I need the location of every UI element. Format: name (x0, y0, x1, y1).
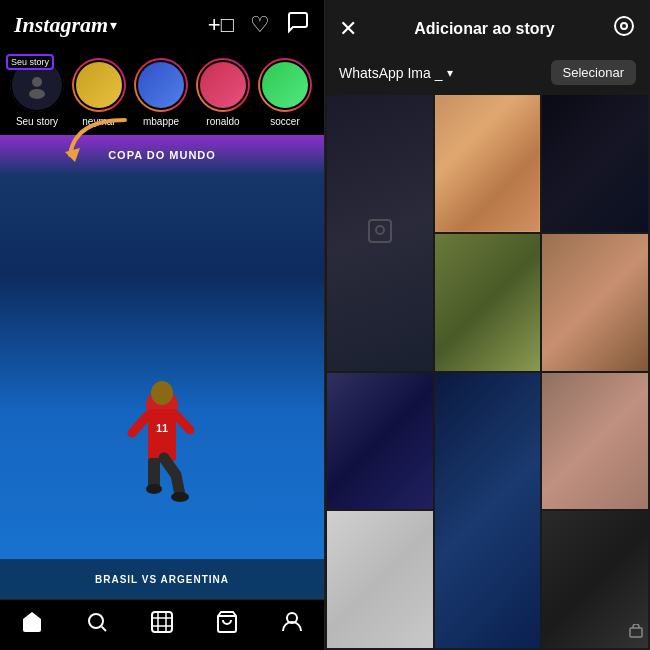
svg-rect-8 (148, 458, 160, 488)
nav-shop-icon[interactable] (215, 610, 239, 640)
photo-cell-3[interactable] (542, 95, 648, 232)
add-post-icon[interactable]: +□ (208, 12, 234, 38)
story-item-3[interactable]: ronaldo (196, 58, 250, 127)
photo-cell-6[interactable] (327, 373, 433, 510)
story-avatar-wrap-2 (134, 58, 188, 112)
arrow-annotation (55, 110, 145, 174)
messenger-icon[interactable] (286, 10, 310, 40)
story-avatar-4 (260, 60, 310, 110)
feed-area: COPA DO MUNDO (0, 135, 324, 599)
svg-point-16 (615, 17, 633, 35)
story-avatar-wrap-3 (196, 58, 250, 112)
instagram-logo: Instagram ▾ (14, 12, 117, 38)
photo-cell-9[interactable] (327, 511, 433, 648)
rp-subheader: WhatsApp Ima _ ▾ Selecionar (325, 54, 650, 95)
feed-main-image: COPA DO MUNDO (0, 135, 324, 599)
svg-text:11: 11 (156, 422, 168, 434)
photo-cell-10[interactable] (542, 511, 648, 648)
svg-point-19 (376, 226, 384, 234)
story-avatar-wrap-1 (72, 58, 126, 112)
story-avatar-wrap-4 (258, 58, 312, 112)
left-panel: Instagram ▾ +□ ♡ Seu story (0, 0, 325, 650)
svg-marker-3 (65, 148, 80, 162)
svg-point-2 (29, 89, 45, 99)
photo-cell-8[interactable] (542, 373, 648, 510)
photo-cell-5[interactable] (542, 234, 648, 371)
photo-cell-7[interactable] (435, 373, 541, 649)
svg-point-10 (171, 492, 189, 502)
logo-text: Instagram (14, 12, 108, 38)
story-label-2: mbappe (143, 116, 179, 127)
svg-rect-20 (630, 628, 642, 637)
heart-icon[interactable]: ♡ (250, 12, 270, 38)
player-figure: 11 (102, 375, 222, 559)
seu-story-badge: Seu story (6, 54, 54, 70)
folder-name: WhatsApp Ima _ (339, 65, 443, 81)
header-icons: +□ ♡ (208, 10, 310, 40)
svg-rect-18 (369, 220, 391, 242)
svg-point-12 (89, 614, 103, 628)
right-panel: ✕ Adicionar ao story WhatsApp Ima _ ▾ Se… (325, 0, 650, 650)
svg-point-5 (151, 381, 173, 405)
stories-row: Seu story Seu story neymar (0, 50, 324, 135)
story-label-3: ronaldo (206, 116, 239, 127)
story-item-4[interactable]: soccer (258, 58, 312, 127)
photo-grid (325, 95, 650, 650)
svg-point-17 (621, 23, 627, 29)
story-avatar-3 (198, 60, 248, 110)
my-story-label: Seu story (16, 116, 58, 127)
bottom-nav (0, 599, 324, 650)
svg-rect-13 (152, 612, 172, 632)
photo-cell-2[interactable] (435, 95, 541, 232)
svg-point-1 (32, 77, 42, 87)
logo-chevron[interactable]: ▾ (110, 17, 117, 34)
rp-title: Adicionar ao story (357, 20, 612, 38)
nav-search-icon[interactable] (85, 610, 109, 640)
nav-profile-icon[interactable] (280, 610, 304, 640)
rp-header: ✕ Adicionar ao story (325, 0, 650, 54)
folder-chevron-icon: ▾ (447, 66, 453, 80)
circle-camera-icon[interactable] (612, 14, 636, 44)
instagram-header: Instagram ▾ +□ ♡ (0, 0, 324, 50)
feed-top-overlay: COPA DO MUNDO (0, 135, 324, 175)
photo-cell-1[interactable] (327, 95, 433, 371)
select-button[interactable]: Selecionar (551, 60, 636, 85)
folder-selector[interactable]: WhatsApp Ima _ ▾ (339, 65, 453, 81)
feed-bottom-overlay: BRASIL VS ARGENTINA (0, 559, 324, 599)
close-icon[interactable]: ✕ (339, 16, 357, 42)
nav-reels-icon[interactable] (150, 610, 174, 640)
story-avatar-2 (136, 60, 186, 110)
svg-point-9 (146, 484, 162, 494)
feed-bottom-text: BRASIL VS ARGENTINA (95, 574, 229, 585)
nav-home-icon[interactable] (20, 610, 44, 640)
story-label-4: soccer (270, 116, 299, 127)
photo-cell-4[interactable] (435, 234, 541, 371)
story-avatar-1 (74, 60, 124, 110)
